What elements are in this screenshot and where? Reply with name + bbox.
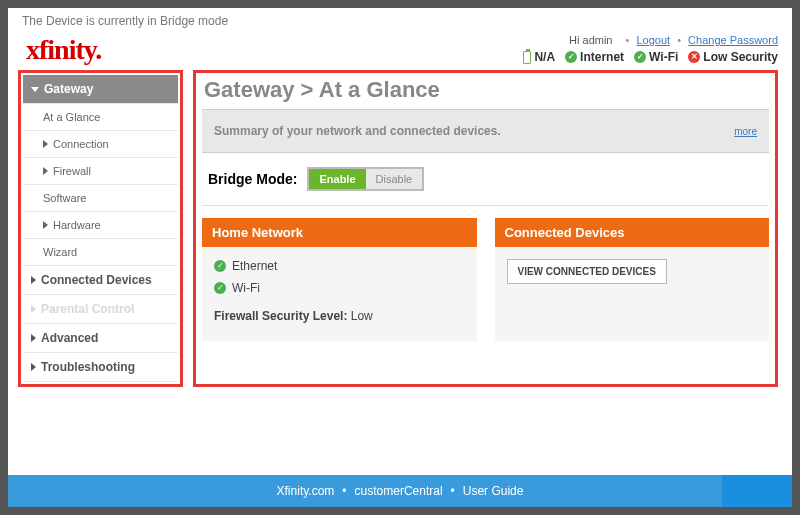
check-icon: ✓ (214, 282, 226, 294)
summary-text: Summary of your network and connected de… (214, 124, 501, 138)
chevron-right-icon (31, 276, 36, 284)
nav-wizard[interactable]: Wizard (23, 239, 178, 266)
chevron-right-icon (43, 221, 48, 229)
battery-icon (523, 51, 531, 64)
chevron-right-icon (31, 305, 36, 313)
nav-parental-control: Parental Control (23, 295, 178, 324)
footer-xfinity-link[interactable]: Xfinity.com (277, 484, 335, 498)
firewall-label: Firewall Security Level: (214, 309, 347, 323)
more-link[interactable]: more (734, 126, 757, 137)
nav-at-a-glance[interactable]: At a Glance (23, 104, 178, 131)
firewall-level: Low (351, 309, 373, 323)
change-password-link[interactable]: Change Password (688, 34, 778, 46)
bridge-mode-banner: The Device is currently in Bridge mode (8, 8, 792, 28)
check-icon: ✓ (214, 260, 226, 272)
greeting-text: Hi admin (569, 34, 612, 46)
footer-userguide-link[interactable]: User Guide (463, 484, 524, 498)
chevron-right-icon (31, 363, 36, 371)
logout-link[interactable]: Logout (636, 34, 670, 46)
footer-action-button[interactable] (722, 475, 792, 507)
bridge-mode-toggle[interactable]: Enable Disable (307, 167, 424, 191)
page-title: Gateway > At a Glance (202, 77, 769, 109)
home-network-header: Home Network (202, 218, 477, 247)
check-icon: ✓ (634, 51, 646, 63)
enable-button[interactable]: Enable (309, 169, 365, 189)
nav-gateway[interactable]: Gateway (23, 75, 178, 104)
disable-button[interactable]: Disable (366, 169, 423, 189)
chevron-down-icon (31, 87, 39, 92)
main-panel: Gateway > At a Glance Summary of your ne… (193, 70, 778, 387)
check-icon: ✓ (565, 51, 577, 63)
nav-hardware[interactable]: Hardware (23, 212, 178, 239)
error-icon: ✕ (688, 51, 700, 63)
home-network-card: Home Network ✓Ethernet ✓Wi-Fi Firewall S… (202, 218, 477, 341)
bridge-mode-label: Bridge Mode: (208, 171, 297, 187)
view-connected-devices-button[interactable]: VIEW CONNECTED DEVICES (507, 259, 667, 284)
nav-connected-devices[interactable]: Connected Devices (23, 266, 178, 295)
nav-software[interactable]: Software (23, 185, 178, 212)
footer-customercentral-link[interactable]: customerCentral (355, 484, 443, 498)
chevron-right-icon (31, 334, 36, 342)
nav-firewall[interactable]: Firewall (23, 158, 178, 185)
nav-advanced[interactable]: Advanced (23, 324, 178, 353)
wifi-label: Wi-Fi (232, 281, 260, 295)
footer: Xfinity.com • customerCentral • User Gui… (8, 475, 792, 507)
sidebar-nav: Gateway At a Glance Connection Firewall … (18, 70, 183, 387)
chevron-right-icon (43, 140, 48, 148)
status-bar: N/A ✓Internet ✓Wi-Fi ✕Low Security (523, 50, 778, 64)
connected-devices-header: Connected Devices (495, 218, 770, 247)
ethernet-label: Ethernet (232, 259, 277, 273)
nav-connection[interactable]: Connection (23, 131, 178, 158)
xfinity-logo: xfinity. (26, 34, 101, 66)
chevron-right-icon (43, 167, 48, 175)
nav-troubleshooting[interactable]: Troubleshooting (23, 353, 178, 382)
connected-devices-card: Connected Devices VIEW CONNECTED DEVICES (495, 218, 770, 341)
